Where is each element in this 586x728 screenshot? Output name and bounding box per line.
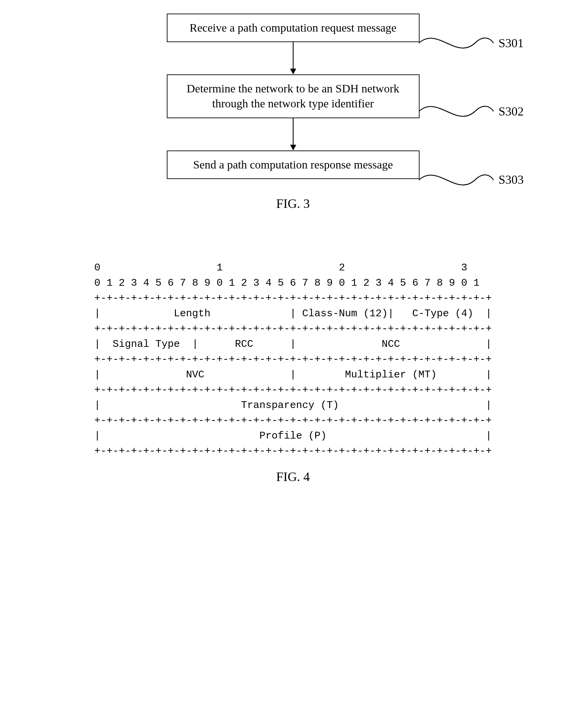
connector-1: S301 (419, 28, 524, 58)
flow-row-1: Receive a path computation request messa… (140, 14, 446, 42)
row-1: | Length | Class-Num (12)| C-Type (4) | (94, 308, 492, 319)
row-3: | NVC | Multiplier (MT) | (94, 369, 492, 380)
wave-connector-icon (419, 165, 494, 195)
flowchart-fig3: Receive a path computation request messa… (140, 14, 446, 211)
step-label: S301 (499, 35, 524, 51)
border: +-+-+-+-+-+-+-+-+-+-+-+-+-+-+-+-+-+-+-+-… (94, 415, 492, 426)
wave-connector-icon (419, 96, 494, 127)
svg-marker-3 (290, 145, 296, 150)
arrow-2 (140, 118, 446, 150)
flow-row-2: Determine the network to be an SDH netwo… (140, 74, 446, 118)
step-label: S303 (499, 172, 524, 188)
flow-row-3: Send a path computation response message… (140, 150, 446, 179)
border: +-+-+-+-+-+-+-+-+-+-+-+-+-+-+-+-+-+-+-+-… (94, 323, 492, 335)
connector-3: S303 (419, 165, 524, 195)
fig3-caption: FIG. 3 (140, 196, 446, 211)
border: +-+-+-+-+-+-+-+-+-+-+-+-+-+-+-+-+-+-+-+-… (94, 292, 492, 304)
arrow-down-icon (288, 42, 298, 74)
svg-marker-1 (290, 69, 296, 74)
row-4: | Transparency (T) | (94, 399, 492, 411)
flow-box-text: Determine the network to be an SDH netwo… (187, 82, 399, 110)
fig4-caption: FIG. 4 (14, 469, 572, 484)
flow-box-3: Send a path computation response message… (167, 150, 420, 179)
step-label: S302 (499, 104, 524, 120)
border: +-+-+-+-+-+-+-+-+-+-+-+-+-+-+-+-+-+-+-+-… (94, 354, 492, 365)
flow-box-text: Receive a path computation request messa… (190, 21, 396, 34)
ruler-bits: 0 1 2 3 4 5 6 7 8 9 0 1 2 3 4 5 6 7 8 9 … (94, 277, 479, 289)
border: +-+-+-+-+-+-+-+-+-+-+-+-+-+-+-+-+-+-+-+-… (94, 384, 492, 396)
ruler-top: 0 1 2 3 (94, 262, 467, 273)
wave-connector-icon (419, 28, 494, 58)
flow-box-text: Send a path computation response message (193, 158, 393, 171)
flow-box-2: Determine the network to be an SDH netwo… (167, 74, 420, 118)
arrow-down-icon (288, 118, 298, 150)
connector-2: S302 (419, 96, 524, 127)
border: +-+-+-+-+-+-+-+-+-+-+-+-+-+-+-+-+-+-+-+-… (94, 445, 492, 457)
row-2: | Signal Type | RCC | NCC | (94, 338, 492, 350)
arrow-1 (140, 42, 446, 74)
flow-box-1: Receive a path computation request messa… (167, 14, 420, 42)
packet-diagram-fig4: 0 1 2 3 0 1 2 3 4 5 6 7 8 9 0 1 2 3 4 5 … (94, 245, 492, 459)
row-5: | Profile (P) | (94, 430, 492, 442)
